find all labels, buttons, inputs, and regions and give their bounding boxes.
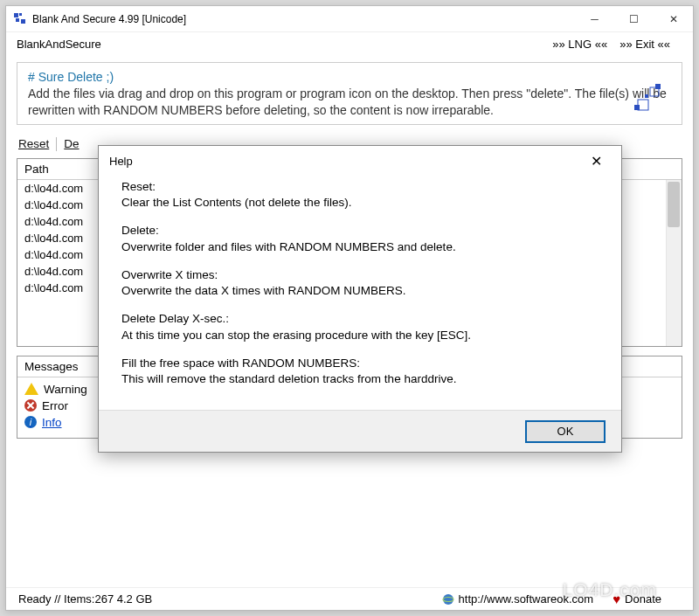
language-button[interactable]: »» LNG ««: [552, 38, 607, 51]
info-label: Info: [42, 416, 62, 429]
info-box: # Sure Delete ;) Add the files via drag …: [17, 62, 682, 125]
delete-link[interactable]: De: [64, 137, 79, 151]
help-heading: Delete Delay X-sec.:: [121, 312, 229, 325]
divider: [56, 137, 57, 151]
app-name-label[interactable]: BlankAndSecure: [17, 38, 101, 51]
dialog-close-button[interactable]: ✕: [581, 149, 611, 172]
maximize-button[interactable]: ☐: [614, 6, 654, 31]
window-title: Blank And Secure 4.99 [Unicode]: [32, 13, 575, 25]
help-section: Fill the free space with RANDOM NUMBERS:…: [121, 356, 599, 387]
help-heading: Fill the free space with RANDOM NUMBERS:: [121, 356, 360, 370]
dialog-footer: OK: [99, 410, 621, 452]
error-icon: [24, 399, 37, 412]
secure-delete-icon: [633, 82, 669, 119]
info-heading: # Sure Delete ;): [28, 70, 671, 84]
help-section: Overwrite X times: Overwrite the data X …: [121, 267, 599, 299]
svg-point-9: [443, 594, 453, 605]
info-icon: i: [24, 416, 37, 428]
dialog-title-text: Help: [109, 155, 133, 168]
svg-rect-2: [16, 18, 19, 22]
help-heading: Reset:: [121, 180, 156, 193]
window-controls: ─ ☐ ✕: [575, 6, 693, 31]
help-text: Overwrite the data X times with RANDOM N…: [121, 284, 406, 297]
minimize-button[interactable]: ─: [575, 6, 614, 31]
help-text: This will remove the standard deletion t…: [121, 372, 456, 385]
ok-button[interactable]: OK: [525, 420, 606, 443]
titlebar[interactable]: Blank And Secure 4.99 [Unicode] ─ ☐ ✕: [6, 6, 693, 32]
svg-rect-3: [21, 19, 25, 24]
menubar: BlankAndSecure »» LNG «« »» Exit ««: [6, 32, 693, 55]
info-description: Add the files via drag and drop on this …: [28, 86, 671, 119]
help-section: Delete: Overwrite folder and files with …: [121, 223, 599, 254]
globe-icon: [442, 593, 454, 606]
help-section: Delete Delay X-sec.: At this time you ca…: [121, 311, 599, 343]
help-section: Reset: Clear the List Contents (not dele…: [121, 179, 599, 211]
help-heading: Overwrite X times:: [121, 268, 218, 281]
warning-label: Warning: [44, 383, 87, 396]
watermark: LO4D.com: [563, 579, 657, 600]
status-left: Ready // Items:267 4.2 GB: [18, 592, 152, 606]
error-label: Error: [42, 399, 68, 412]
reset-link[interactable]: Reset: [18, 137, 49, 151]
svg-rect-7: [634, 105, 640, 110]
scrollbar-thumb[interactable]: [668, 182, 680, 227]
dialog-titlebar[interactable]: Help ✕: [99, 146, 621, 176]
exit-button[interactable]: »» Exit ««: [619, 38, 670, 51]
help-text: Clear the List Contents (not delete the …: [121, 196, 351, 209]
help-text: Overwrite folder and files with RANDOM N…: [121, 240, 456, 253]
app-icon: [13, 12, 27, 26]
help-text: At this time you can stop the erasing pr…: [121, 329, 471, 342]
svg-rect-1: [19, 13, 22, 16]
svg-rect-0: [14, 13, 18, 17]
dialog-body: Reset: Clear the List Contents (not dele…: [99, 176, 621, 410]
help-dialog: Help ✕ Reset: Clear the List Contents (n…: [98, 145, 622, 453]
scrollbar[interactable]: [666, 180, 682, 346]
warning-icon: [24, 383, 38, 395]
close-button[interactable]: ✕: [654, 6, 693, 31]
svg-rect-8: [645, 94, 648, 98]
help-heading: Delete:: [121, 224, 159, 237]
svg-rect-6: [655, 84, 661, 89]
